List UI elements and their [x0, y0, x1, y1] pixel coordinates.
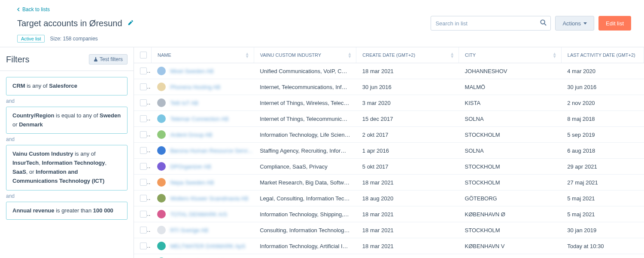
- cell-create-date: 18 mar 2021: [356, 63, 459, 79]
- row-checkbox[interactable]: [140, 195, 147, 202]
- test-filters-label: Test filters: [100, 56, 123, 62]
- cell-create-date: 3 mar 2020: [356, 95, 459, 111]
- cell-industry: Market Research, Big Data, Software, …: [254, 175, 356, 190]
- search-input[interactable]: [431, 16, 551, 31]
- cell-last-activity: 5 maj 2021: [561, 206, 644, 222]
- table-row[interactable]: Mixel Sweden ABUnified Communications, V…: [134, 63, 644, 79]
- company-name[interactable]: Mixel Sweden AB: [170, 68, 213, 74]
- table-row[interactable]: DPOrganizer ABCompliance, SaaS, Privacy5…: [134, 159, 644, 175]
- company-logo: [157, 242, 166, 250]
- row-checkbox[interactable]: [140, 131, 147, 138]
- back-to-lists-link[interactable]: Back to lists: [17, 6, 50, 12]
- table-area[interactable]: NAME▲▼ VAINU CUSTOM INDUSTRY▲▼ CREATE DA…: [134, 47, 644, 258]
- svg-line-1: [544, 24, 546, 25]
- col-city[interactable]: CITY: [465, 52, 476, 58]
- filter-card[interactable]: Country/Region is equal to any of Sweden…: [6, 107, 128, 134]
- cell-city: STOCKHOLM: [459, 254, 562, 258]
- company-name[interactable]: Nepa Sweden AB: [170, 179, 214, 186]
- company-logo: [157, 67, 166, 75]
- row-checkbox[interactable]: [140, 68, 147, 74]
- filter-card[interactable]: Vainu Custom Industry is any of InsurTec…: [6, 145, 128, 190]
- cell-city: KØBENHAVN Ø: [459, 206, 562, 222]
- cell-city: GÖTEBORG: [459, 190, 562, 206]
- cell-industry: Internet, Telecommunications, Inform…: [254, 79, 356, 95]
- table-row[interactable]: Meltwater Sweden ABInformation Technolog…: [134, 254, 644, 258]
- col-create-date[interactable]: CREATE DATE (GMT+2): [362, 52, 415, 58]
- company-name[interactable]: Barona Human Resource Servi…: [170, 147, 253, 154]
- cell-last-activity: 29 apr 2021: [561, 159, 644, 175]
- company-logo: [157, 146, 166, 155]
- filter-card[interactable]: CRM is any of Salesforce: [6, 77, 128, 95]
- filter-card[interactable]: Annual revenue is greater than 100 000: [6, 202, 128, 220]
- cell-city: STOCKHOLM: [459, 127, 562, 143]
- cell-industry: Compliance, SaaS, Privacy: [254, 159, 356, 175]
- company-logo: [157, 98, 166, 107]
- cell-industry: Information Technology, Artificial Inte…: [254, 254, 356, 258]
- cell-create-date: 5 okt 2017: [356, 159, 459, 175]
- table-row[interactable]: RTI Sverige ABConsulting, Information Te…: [134, 222, 644, 238]
- sort-icon[interactable]: ▲▼: [245, 52, 249, 58]
- size-text: Size: 158 companies: [50, 36, 97, 42]
- company-name[interactable]: Wolters Kluwer Scandinavia AB: [170, 195, 248, 202]
- edit-list-button[interactable]: Edit list: [598, 16, 631, 31]
- col-last-activity[interactable]: LAST ACTIVITY DATE (GMT+2): [568, 52, 635, 58]
- table-row[interactable]: Wolters Kluwer Scandinavia ABLegal, Cons…: [134, 190, 644, 206]
- row-checkbox[interactable]: [140, 99, 147, 106]
- search-icon[interactable]: [540, 19, 547, 27]
- actions-label: Actions: [562, 20, 581, 27]
- company-name[interactable]: Ardent Group AB: [170, 132, 212, 138]
- cell-last-activity: 5 sep 2019: [561, 127, 644, 143]
- page-title: Target accounts in Øresund: [17, 18, 122, 28]
- cell-industry: Information Technology, Life Science: [254, 127, 356, 143]
- row-checkbox[interactable]: [140, 163, 147, 170]
- and-connector: and: [6, 134, 128, 145]
- cell-city: MALMÖ: [459, 79, 562, 95]
- col-name[interactable]: NAME: [158, 52, 171, 58]
- cell-city: SOLNA: [459, 143, 562, 159]
- edit-title-icon[interactable]: [128, 20, 134, 27]
- company-logo: [157, 226, 166, 234]
- table-row[interactable]: MELTWATER DANMARK ApSInformation Technol…: [134, 238, 644, 254]
- table-row[interactable]: TOTAL DENMARK A/SInformation Technology,…: [134, 206, 644, 222]
- company-name[interactable]: Phonera Hosting AB: [170, 84, 220, 90]
- company-logo: [157, 162, 166, 171]
- company-name[interactable]: TOTAL DENMARK A/S: [170, 211, 227, 218]
- cell-last-activity: 6 maj 2021: [561, 254, 644, 258]
- select-all-checkbox[interactable]: [140, 52, 147, 58]
- table-row[interactable]: Ardent Group ABInformation Technology, L…: [134, 127, 644, 143]
- sort-icon[interactable]: ▲▼: [347, 52, 352, 58]
- svg-point-0: [541, 20, 545, 24]
- cell-last-activity: Today at 10:30: [561, 238, 644, 254]
- cell-industry: Unified Communications, VoIP, Collab…: [254, 63, 356, 79]
- col-industry[interactable]: VAINU CUSTOM INDUSTRY: [260, 52, 321, 58]
- cell-last-activity: 6 aug 2018: [561, 143, 644, 159]
- cell-create-date: 2 okt 2017: [356, 127, 459, 143]
- cell-industry: Information Technology, Artificial Inte…: [254, 238, 356, 254]
- company-name[interactable]: RTI Sverige AB: [170, 227, 208, 233]
- cell-city: STOCKHOLM: [459, 175, 562, 190]
- company-name[interactable]: Telit IoT AB: [170, 100, 198, 106]
- table-row[interactable]: Barona Human Resource Servi…Staffing Age…: [134, 143, 644, 159]
- actions-button[interactable]: Actions: [555, 16, 594, 31]
- row-checkbox[interactable]: [140, 211, 147, 218]
- row-checkbox[interactable]: [140, 115, 147, 122]
- test-filters-button[interactable]: Test filters: [89, 54, 128, 64]
- row-checkbox[interactable]: [140, 227, 147, 233]
- company-logo: [157, 210, 166, 218]
- row-checkbox[interactable]: [140, 83, 147, 90]
- row-checkbox[interactable]: [140, 243, 147, 249]
- sort-icon[interactable]: ▲▼: [553, 52, 557, 58]
- table-row[interactable]: Telemar Connection ABInternet of Things,…: [134, 111, 644, 127]
- company-name[interactable]: Telemar Connection AB: [170, 116, 228, 122]
- cell-last-activity: 8 maj 2018: [561, 111, 644, 127]
- company-name[interactable]: DPOrganizer AB: [170, 163, 211, 170]
- row-checkbox[interactable]: [140, 179, 147, 186]
- table-row[interactable]: Nepa Sweden ABMarket Research, Big Data,…: [134, 175, 644, 190]
- company-name[interactable]: MELTWATER DANMARK ApS: [170, 243, 245, 249]
- table-row[interactable]: Phonera Hosting ABInternet, Telecommunic…: [134, 79, 644, 95]
- row-checkbox[interactable]: [140, 147, 147, 154]
- company-logo: [157, 83, 166, 91]
- table-row[interactable]: Telit IoT ABInternet of Things, Wireless…: [134, 95, 644, 111]
- filters-sidebar: Filters Test filters CRM is any of Sales…: [0, 47, 134, 258]
- sort-icon[interactable]: ▲▼: [450, 52, 454, 58]
